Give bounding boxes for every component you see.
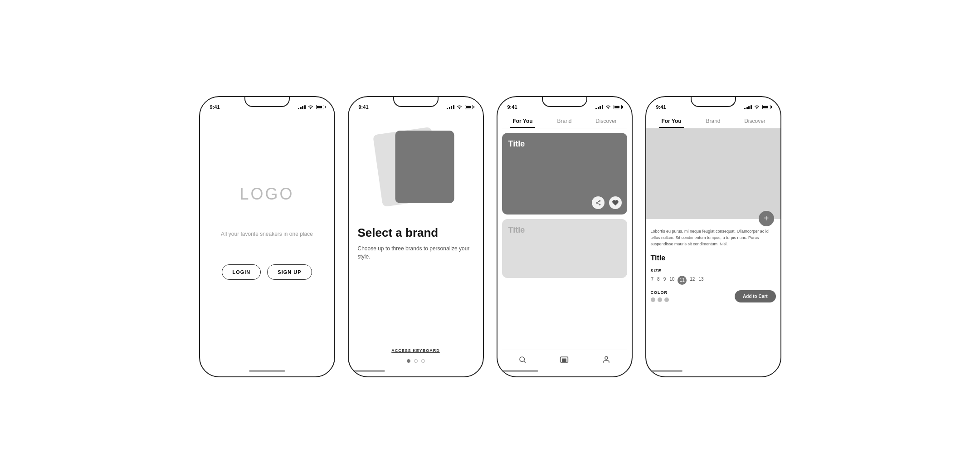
brand-card-front xyxy=(395,131,454,203)
size-options: 7 8 9 10 11 12 13 xyxy=(651,276,776,285)
size-13[interactable]: 13 xyxy=(698,276,704,285)
tabs-bar-product: For You Brand Discover xyxy=(646,112,780,128)
battery-icon-4 xyxy=(762,105,770,109)
battery-icon-2 xyxy=(465,105,473,109)
phone-screen-2: 9:41 Select a brand Choose u xyxy=(348,96,484,377)
home-indicator-4 xyxy=(646,370,683,372)
brand-text-area: Select a brand Choose up to three brands… xyxy=(349,217,483,348)
feed-card-large[interactable]: Title xyxy=(502,133,627,215)
login-button[interactable]: LOGIN xyxy=(222,264,261,280)
pagination-dots xyxy=(407,359,425,363)
tab-for-you-product[interactable]: For You xyxy=(651,115,692,128)
time-4: 9:41 xyxy=(656,104,666,110)
login-buttons: LOGIN SIGN UP xyxy=(222,264,312,280)
signal-icon-1 xyxy=(298,105,306,109)
search-nav-icon[interactable] xyxy=(511,354,534,367)
color-dot-1[interactable] xyxy=(651,297,655,302)
home-indicator-1 xyxy=(249,370,285,372)
status-icons-4 xyxy=(744,104,770,110)
brand-bottom: ACCESS KEYBOARD xyxy=(349,348,483,370)
tab-brand-product[interactable]: Brand xyxy=(692,115,734,128)
access-keyboard-btn[interactable]: ACCESS KEYBOARD xyxy=(391,348,440,353)
heart-icon[interactable] xyxy=(609,196,622,209)
notch-1 xyxy=(244,97,290,107)
home-nav-icon[interactable] xyxy=(552,354,576,367)
size-9[interactable]: 9 xyxy=(663,276,667,285)
feed-card-small-title: Title xyxy=(508,225,525,235)
color-row: COLOR Add to Cart xyxy=(651,290,776,302)
size-label: SIZE xyxy=(651,268,776,273)
brand-image-area xyxy=(349,117,483,217)
tagline: All your favorite sneakers in one place xyxy=(221,231,313,237)
svg-point-2 xyxy=(599,204,600,205)
wifi-icon-3 xyxy=(605,104,611,110)
profile-nav-icon[interactable] xyxy=(595,354,618,367)
feed-card-actions xyxy=(592,196,622,209)
notch-3 xyxy=(542,97,587,107)
size-12[interactable]: 12 xyxy=(689,276,695,285)
add-to-cart-button[interactable]: Add to Cart xyxy=(735,290,775,302)
product-description: Lobortis eu purus, mi neque feugiat cons… xyxy=(651,228,776,248)
tab-discover-product[interactable]: Discover xyxy=(734,115,776,128)
phone-screen-1: 9:41 LOGO All your favorite sneakers in … xyxy=(199,96,335,377)
svg-point-0 xyxy=(599,200,600,201)
svg-point-9 xyxy=(605,356,608,359)
screen-brand-content: Select a brand Choose up to three brands… xyxy=(349,112,483,376)
product-image: + xyxy=(646,128,780,219)
tab-brand[interactable]: Brand xyxy=(544,115,585,128)
color-section-left: COLOR xyxy=(651,290,669,302)
size-8[interactable]: 8 xyxy=(657,276,660,285)
brand-select-screen: Select a brand Choose up to three brands… xyxy=(349,112,483,376)
battery-icon-1 xyxy=(316,105,324,109)
home-indicator-3 xyxy=(502,370,538,372)
product-title: Title xyxy=(651,254,776,262)
phone-screen-3: 9:41 For You Brand Discover Ti xyxy=(497,96,633,377)
feed-screen: For You Brand Discover Title xyxy=(502,112,627,376)
screen-product-content: For You Brand Discover + Lobortis eu pur… xyxy=(646,112,780,376)
plus-button[interactable]: + xyxy=(759,211,774,226)
dot-2 xyxy=(414,359,418,363)
signal-icon-4 xyxy=(744,105,752,109)
brand-title: Select a brand xyxy=(358,226,474,240)
signal-icon-2 xyxy=(447,105,454,109)
time-3: 9:41 xyxy=(507,104,517,110)
feed-card-large-title: Title xyxy=(508,139,525,149)
time-1: 9:41 xyxy=(210,104,220,110)
svg-line-6 xyxy=(524,361,526,362)
size-10[interactable]: 10 xyxy=(669,276,675,285)
size-11[interactable]: 11 xyxy=(678,276,687,285)
bottom-nav xyxy=(502,350,627,370)
tabs-bar-feed: For You Brand Discover xyxy=(502,112,627,128)
dot-1 xyxy=(407,359,410,363)
product-screen: For You Brand Discover + Lobortis eu pur… xyxy=(646,112,780,376)
share-icon[interactable] xyxy=(592,196,605,209)
size-7[interactable]: 7 xyxy=(651,276,654,285)
size-section: SIZE 7 8 9 10 11 12 13 xyxy=(651,268,776,285)
tab-for-you[interactable]: For You xyxy=(502,115,544,128)
svg-line-3 xyxy=(597,201,599,202)
time-2: 9:41 xyxy=(359,104,369,110)
svg-rect-8 xyxy=(562,358,566,362)
color-label: COLOR xyxy=(651,290,669,295)
color-dot-3[interactable] xyxy=(664,297,669,302)
tab-discover[interactable]: Discover xyxy=(585,115,627,128)
wifi-icon-4 xyxy=(754,104,760,110)
color-dots xyxy=(651,297,669,302)
status-icons-2 xyxy=(447,104,473,110)
login-screen: LOGO All your favorite sneakers in one p… xyxy=(207,112,327,370)
color-dot-2[interactable] xyxy=(658,297,662,302)
dot-3 xyxy=(421,359,425,363)
wifi-icon-1 xyxy=(308,104,313,110)
battery-icon-3 xyxy=(614,105,622,109)
svg-point-5 xyxy=(520,357,525,362)
logo-text: LOGO xyxy=(239,185,294,204)
brand-subtitle: Choose up to three brands to personalize… xyxy=(358,244,474,261)
product-info: Lobortis eu purus, mi neque feugiat cons… xyxy=(646,219,780,370)
signal-icon-3 xyxy=(595,105,603,109)
screen-login-content: LOGO All your favorite sneakers in one p… xyxy=(200,112,334,376)
notch-2 xyxy=(393,97,439,107)
wifi-icon-2 xyxy=(457,104,462,110)
status-icons-3 xyxy=(595,104,622,110)
signup-button[interactable]: SIGN UP xyxy=(267,264,312,280)
feed-card-small[interactable]: Title xyxy=(502,219,627,278)
